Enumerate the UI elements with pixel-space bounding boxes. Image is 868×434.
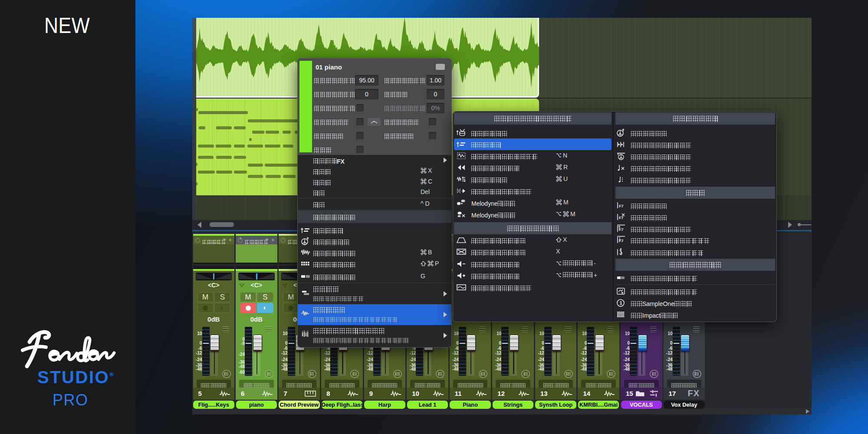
svg-text:1: 1 (620, 300, 622, 306)
svg-text:F7: F7 (619, 204, 624, 208)
svg-text:F7: F7 (619, 216, 624, 220)
